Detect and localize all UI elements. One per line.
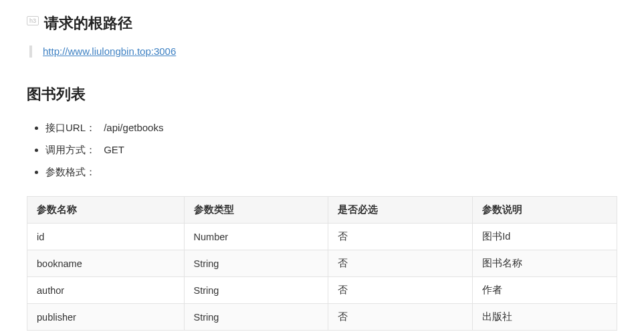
book-list-heading: 图书列表 — [27, 84, 617, 104]
list-item-label: 调用方式： — [45, 139, 96, 161]
table-row: author String 否 作者 — [27, 277, 617, 304]
list-item-value: GET — [104, 139, 124, 161]
table-cell: 否 — [328, 277, 473, 304]
table-cell: 作者 — [473, 277, 617, 304]
root-path-url-link[interactable]: http://www.liulongbin.top:3006 — [43, 46, 176, 57]
table-cell: bookname — [27, 250, 185, 277]
table-header-row: 参数名称 参数类型 是否必选 参数说明 — [27, 197, 617, 224]
list-item-label: 参数格式： — [45, 161, 96, 183]
heading-level-badge: h3 — [27, 16, 39, 25]
table-row: bookname String 否 图书名称 — [27, 250, 617, 277]
table-row: id Number 否 图书Id — [27, 224, 617, 250]
root-path-blockquote: http://www.liulongbin.top:3006 — [29, 46, 617, 58]
list-item: 接口URL： /api/getbooks — [45, 116, 617, 139]
list-item: 参数格式： — [45, 161, 617, 183]
table-cell: String — [184, 304, 328, 331]
table-cell: publisher — [27, 304, 185, 331]
table-header-cell: 是否必选 — [328, 197, 473, 224]
table-cell: 否 — [328, 224, 473, 250]
table-cell: id — [27, 224, 185, 250]
api-info-list: 接口URL： /api/getbooks 调用方式： GET 参数格式： — [45, 116, 617, 183]
params-table: 参数名称 参数类型 是否必选 参数说明 id Number 否 图书Id boo… — [27, 196, 617, 331]
table-cell: 图书名称 — [473, 250, 617, 277]
table-header-cell: 参数类型 — [184, 197, 328, 224]
list-item-value: /api/getbooks — [104, 116, 163, 139]
list-item-label: 接口URL： — [45, 116, 96, 139]
table-row: publisher String 否 出版社 — [27, 304, 617, 331]
root-path-title: 请求的根路径 — [44, 13, 132, 33]
list-item: 调用方式： GET — [45, 139, 617, 161]
table-cell: 图书Id — [473, 224, 617, 250]
root-path-heading: h3 请求的根路径 — [27, 13, 617, 33]
table-cell: 出版社 — [473, 304, 617, 331]
table-cell: 否 — [328, 250, 473, 277]
table-cell: Number — [184, 224, 328, 250]
table-cell: String — [184, 250, 328, 277]
table-header-cell: 参数说明 — [473, 197, 617, 224]
table-header-cell: 参数名称 — [27, 197, 185, 224]
table-cell: author — [27, 277, 185, 304]
table-cell: String — [184, 277, 328, 304]
table-cell: 否 — [328, 304, 473, 331]
